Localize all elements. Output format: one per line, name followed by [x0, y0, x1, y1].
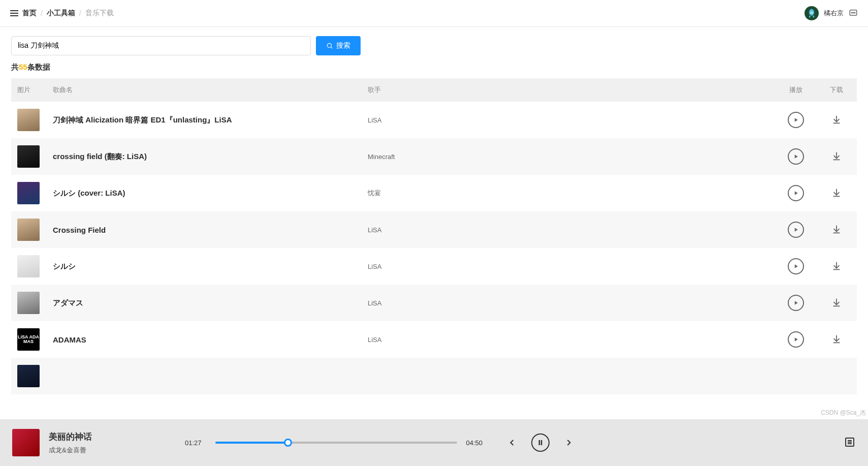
player-artist: 成龙&金喜善	[49, 446, 176, 451]
download-button[interactable]	[831, 260, 842, 271]
playlist-icon[interactable]	[844, 436, 856, 450]
album-art	[17, 292, 40, 314]
table-header-row: 图片 歌曲名 歌手 播放 下载	[11, 78, 857, 102]
album-art	[17, 109, 40, 131]
play-button[interactable]	[788, 295, 804, 311]
song-name: ADAMAS	[53, 335, 86, 344]
player-current-time: 01:27	[185, 439, 206, 447]
play-icon	[791, 152, 800, 161]
svg-marker-16	[795, 191, 798, 195]
download-icon	[831, 150, 842, 162]
artist-name: LiSA	[368, 226, 381, 234]
svg-marker-25	[795, 301, 798, 305]
svg-marker-28	[795, 337, 798, 341]
download-icon	[831, 114, 842, 125]
download-button[interactable]	[831, 150, 842, 162]
download-button[interactable]	[831, 297, 842, 308]
breadcrumb-toolbox[interactable]: 小工具箱	[47, 9, 75, 18]
artist-name: LiSA	[368, 299, 381, 307]
svg-marker-13	[795, 154, 798, 159]
album-art	[17, 182, 40, 204]
music-player: 美丽的神话 成龙&金喜善 01:27 04:50	[0, 419, 868, 450]
breadcrumb-current: 音乐下载	[85, 9, 114, 18]
table-row: アダマス LiSA	[11, 285, 857, 321]
player-total-time: 04:50	[466, 439, 488, 447]
search-button[interactable]: 搜索	[316, 36, 361, 55]
album-art	[17, 365, 40, 387]
download-icon	[831, 260, 842, 271]
download-icon	[831, 187, 842, 198]
table-row: 刀剑神域 Alicization 暗界篇 ED1『unlasting』LiSA …	[11, 102, 857, 138]
table-row	[11, 358, 857, 394]
svg-rect-1	[810, 12, 814, 14]
svg-point-5	[851, 12, 852, 13]
col-header-song: 歌曲名	[47, 78, 362, 102]
download-button[interactable]	[831, 224, 842, 235]
message-icon[interactable]	[849, 8, 858, 19]
play-button[interactable]	[788, 185, 804, 201]
col-header-play: 播放	[776, 78, 816, 102]
table-row: LiSA ADA MAS ADAMAS LiSA	[11, 321, 857, 358]
svg-marker-19	[795, 228, 798, 232]
col-header-download: 下载	[816, 78, 857, 102]
player-progress-bar[interactable]	[215, 442, 457, 444]
player-song-title: 美丽的神话	[49, 431, 176, 443]
table-row: Crossing Field LiSA	[11, 211, 857, 248]
player-next-button[interactable]	[564, 438, 574, 448]
download-button[interactable]	[831, 333, 842, 345]
song-name: 刀剑神域 Alicization 暗界篇 ED1『unlasting』LiSA	[53, 115, 232, 124]
album-art	[17, 219, 40, 241]
search-icon	[326, 42, 333, 49]
pause-icon	[535, 438, 545, 448]
svg-point-6	[853, 12, 854, 13]
svg-rect-32	[540, 440, 542, 445]
play-button[interactable]	[788, 222, 804, 238]
chevron-left-icon	[507, 438, 517, 448]
svg-rect-31	[538, 440, 540, 445]
breadcrumb-home[interactable]: 首页	[22, 9, 37, 18]
album-art	[17, 255, 40, 277]
svg-point-8	[327, 43, 331, 47]
search-button-label: 搜索	[336, 41, 350, 50]
svg-rect-3	[813, 16, 815, 17]
play-button[interactable]	[788, 112, 804, 128]
username-label: 橘右京	[824, 9, 844, 18]
album-art	[17, 145, 40, 168]
table-row: シルシ (cover: LiSA) 忱宴	[11, 175, 857, 211]
artist-name: 忱宴	[368, 189, 381, 197]
download-icon	[831, 224, 842, 235]
play-icon	[791, 115, 800, 125]
table-row: crossing field (翻奏: LiSA) Minecraft	[11, 138, 857, 175]
song-name: crossing field (翻奏: LiSA)	[53, 152, 147, 161]
col-header-artist: 歌手	[362, 78, 776, 102]
download-icon	[831, 333, 842, 345]
play-icon	[791, 225, 800, 234]
download-button[interactable]	[831, 114, 842, 125]
col-header-image: 图片	[11, 78, 47, 102]
player-album-art	[12, 429, 40, 450]
download-button[interactable]	[831, 187, 842, 198]
play-icon	[791, 262, 800, 271]
menu-toggle-icon[interactable]	[10, 9, 18, 17]
search-input[interactable]	[11, 36, 311, 55]
play-icon	[791, 298, 800, 307]
play-button[interactable]	[788, 331, 804, 348]
artist-name: LiSA	[368, 336, 381, 344]
player-prev-button[interactable]	[507, 438, 517, 448]
result-count: 共55条数据	[11, 63, 857, 72]
play-button[interactable]	[788, 258, 804, 274]
artist-name: LiSA	[368, 116, 381, 124]
play-button[interactable]	[788, 148, 804, 165]
search-bar: 搜索	[11, 36, 857, 55]
download-icon	[831, 297, 842, 308]
play-icon	[791, 189, 800, 198]
watermark: CSDN @Sca_杰	[821, 409, 866, 417]
play-icon	[791, 335, 800, 344]
svg-marker-22	[795, 264, 798, 268]
user-avatar[interactable]	[805, 6, 819, 20]
artist-name: LiSA	[368, 263, 381, 270]
app-header: 首页 / 小工具箱 / 音乐下载 橘右京	[0, 0, 868, 27]
player-pause-button[interactable]	[531, 433, 550, 450]
song-name: シルシ	[53, 262, 76, 270]
svg-marker-10	[795, 118, 798, 122]
